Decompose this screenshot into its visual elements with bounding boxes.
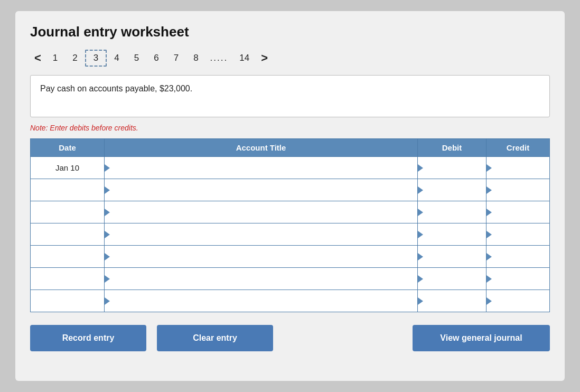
note-text: Note: Enter debits before credits. <box>30 124 550 132</box>
header-debit: Debit <box>418 139 487 157</box>
row-3-debit[interactable] <box>418 223 487 246</box>
pagination: < 1 2 3 4 5 6 7 8 ..... 14 > <box>30 50 550 67</box>
row-4-date <box>31 246 105 268</box>
row-1-debit[interactable] <box>418 179 487 201</box>
description-text: Pay cash on accounts payable, $23,000. <box>40 84 192 93</box>
record-entry-button[interactable]: Record entry <box>30 325 146 351</box>
header-account: Account Title <box>105 139 418 157</box>
row-2-debit[interactable] <box>418 201 487 223</box>
page-5[interactable]: 5 <box>127 51 146 66</box>
row-6-account[interactable] <box>105 290 418 312</box>
table-row <box>31 246 550 268</box>
main-container: Journal entry worksheet < 1 2 3 4 5 6 7 … <box>15 11 565 381</box>
row-2-date <box>31 201 105 223</box>
row-0-date: Jan 10 <box>31 157 105 179</box>
row-1-credit[interactable] <box>487 179 550 201</box>
row-5-date <box>31 268 105 290</box>
row-6-credit[interactable] <box>487 290 550 312</box>
row-3-credit[interactable] <box>487 223 550 246</box>
description-box: Pay cash on accounts payable, $23,000. <box>30 75 550 117</box>
table-row <box>31 290 550 312</box>
row-5-debit[interactable] <box>418 268 487 290</box>
page-dots: ..... <box>206 51 232 66</box>
row-1-account[interactable] <box>105 179 418 201</box>
page-4[interactable]: 4 <box>107 51 126 66</box>
row-0-credit[interactable] <box>487 157 550 179</box>
page-7[interactable]: 7 <box>166 51 186 66</box>
page-1[interactable]: 1 <box>45 51 65 66</box>
page-6[interactable]: 6 <box>146 51 166 66</box>
next-button[interactable]: > <box>257 50 272 66</box>
page-2[interactable]: 2 <box>65 51 85 66</box>
clear-entry-button[interactable]: Clear entry <box>157 325 273 351</box>
row-2-account[interactable] <box>105 201 418 223</box>
prev-button[interactable]: < <box>30 50 45 66</box>
page-8[interactable]: 8 <box>186 51 205 66</box>
row-4-account[interactable] <box>105 246 418 268</box>
buttons-row: Record entry Clear entry View general jo… <box>30 325 550 351</box>
table-row <box>31 223 550 246</box>
row-4-credit[interactable] <box>487 246 550 268</box>
row-5-account[interactable] <box>105 268 418 290</box>
table-row <box>31 201 550 223</box>
page-3-active[interactable]: 3 <box>85 50 107 67</box>
header-credit: Credit <box>487 139 550 157</box>
row-3-date <box>31 223 105 246</box>
view-general-journal-button[interactable]: View general journal <box>413 325 550 351</box>
row-0-account[interactable] <box>105 157 418 179</box>
row-6-date <box>31 290 105 312</box>
row-4-debit[interactable] <box>418 246 487 268</box>
row-0-debit[interactable] <box>418 157 487 179</box>
journal-table: Date Account Title Debit Credit Jan 10 <box>30 138 550 312</box>
row-6-debit[interactable] <box>418 290 487 312</box>
table-row <box>31 268 550 290</box>
row-3-account[interactable] <box>105 223 418 246</box>
row-5-credit[interactable] <box>487 268 550 290</box>
table-row <box>31 179 550 201</box>
row-1-date <box>31 179 105 201</box>
page-14[interactable]: 14 <box>232 51 257 66</box>
table-row: Jan 10 <box>31 157 550 179</box>
header-date: Date <box>31 139 105 157</box>
page-title: Journal entry worksheet <box>30 24 550 40</box>
row-2-credit[interactable] <box>487 201 550 223</box>
